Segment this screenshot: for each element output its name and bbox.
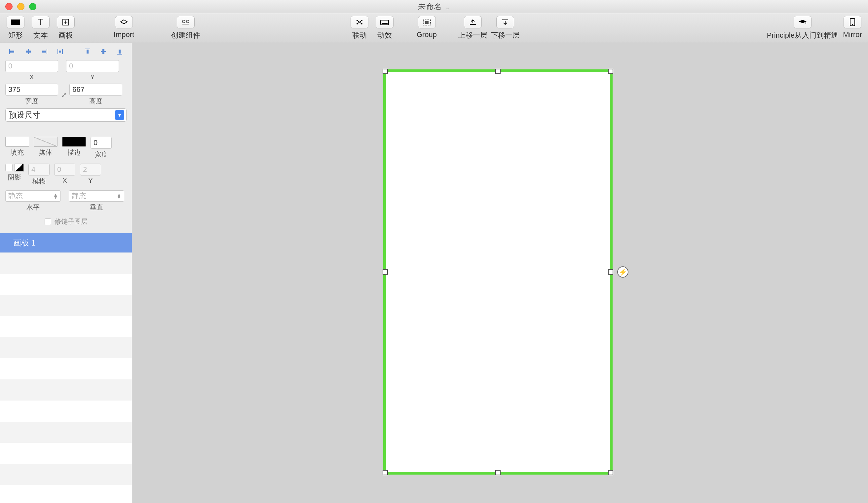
stroke-width-input[interactable] (91, 137, 112, 149)
svg-rect-25 (26, 51, 31, 53)
stroke-label: 描边 (68, 148, 81, 157)
width-input[interactable] (5, 84, 58, 95)
resize-handle-ml[interactable] (383, 269, 388, 275)
vertical-scroll-select[interactable]: 静态 ▲▼ (69, 191, 124, 202)
resize-handle-bl[interactable] (383, 470, 388, 475)
media-label: 媒体 (39, 148, 52, 157)
list-item (0, 401, 132, 422)
height-label: 高度 (89, 97, 102, 106)
lock-aspect-icon[interactable]: ⤢ (60, 91, 68, 99)
tool-rectangle[interactable]: 矩形 (4, 16, 27, 40)
svg-rect-13 (381, 20, 389, 25)
align-left-icon[interactable] (9, 48, 16, 55)
toolbar: 矩形 T 文本 画板 Import 创建组件 (0, 13, 868, 43)
svg-rect-32 (86, 50, 89, 53)
blur-label: 模糊 (32, 177, 45, 186)
width-label: 宽度 (25, 97, 38, 106)
layer-item-selected[interactable]: 画板 1 (0, 233, 132, 253)
media-swatch[interactable] (34, 137, 58, 147)
resize-handle-tl[interactable] (383, 69, 388, 74)
document-title-chevron-icon[interactable]: ⌄ (445, 4, 450, 11)
svg-point-5 (186, 20, 189, 23)
resize-handle-tm[interactable] (495, 69, 500, 74)
tool-group[interactable]: Group (416, 16, 438, 39)
list-item (0, 485, 132, 503)
tool-text-label: 文本 (33, 30, 48, 40)
tool-create-component-label: 创建组件 (171, 30, 200, 40)
x-label: X (29, 73, 34, 81)
shadow-x-input[interactable] (54, 164, 75, 175)
window-maximize-button[interactable] (29, 3, 37, 10)
align-center-v-icon[interactable] (100, 48, 107, 55)
preset-size-select[interactable]: 预设尺寸 ▾ (5, 109, 126, 122)
tool-import[interactable]: Import (113, 16, 135, 39)
shadow-color-swatch[interactable] (14, 164, 24, 172)
shadow-y-input[interactable] (80, 164, 101, 175)
clip-sublayers-label: 修键子图层 (54, 217, 87, 226)
tool-import-label: Import (114, 30, 134, 39)
tool-create-component[interactable]: 创建组件 (171, 16, 200, 40)
shadow-y-label: Y (88, 177, 93, 184)
list-item (0, 316, 132, 337)
tool-mirror[interactable]: Mirror (841, 16, 864, 39)
tool-mirror-label: Mirror (843, 30, 862, 39)
tool-tutorial[interactable]: Principle从入门到精通 (767, 16, 838, 40)
y-input[interactable] (66, 60, 119, 72)
tool-animate-label: 动效 (377, 30, 392, 40)
shadow-label: 阴影 (8, 173, 21, 182)
preset-size-label: 预设尺寸 (9, 110, 41, 120)
tool-send-backward[interactable]: 下移一层 (491, 16, 520, 40)
lightning-icon[interactable]: ⚡ (617, 266, 629, 278)
resize-handle-mr[interactable] (608, 269, 613, 275)
svg-point-21 (852, 24, 853, 25)
list-item (0, 295, 132, 316)
dropdown-arrow-icon: ▾ (115, 110, 124, 120)
tool-group-label: Group (417, 30, 437, 39)
svg-rect-14 (382, 23, 388, 24)
vertical-scroll-value: 静态 (72, 191, 86, 201)
tool-send-backward-label: 下移一层 (491, 30, 520, 40)
list-item (0, 464, 132, 485)
tool-artboard-label: 画板 (59, 30, 73, 40)
shadow-checkbox[interactable] (5, 164, 12, 171)
tool-bring-forward-label: 上移一层 (458, 30, 487, 40)
window-close-button[interactable] (5, 3, 12, 10)
resize-handle-tr[interactable] (608, 69, 613, 74)
window-minimize-button[interactable] (17, 3, 24, 10)
artboard-selected[interactable]: ⚡ (383, 69, 612, 475)
tool-drivers-label: 联动 (352, 30, 367, 40)
horizontal-scroll-select[interactable]: 静态 ▲▼ (5, 191, 61, 202)
clip-sublayers-checkbox[interactable] (45, 218, 51, 225)
align-top-icon[interactable] (84, 48, 91, 55)
align-bottom-icon[interactable] (116, 48, 123, 55)
fill-label: 填充 (11, 148, 24, 157)
tool-text[interactable]: T 文本 (30, 16, 52, 40)
height-input[interactable] (69, 84, 122, 95)
tool-drivers[interactable]: 联动 (349, 16, 370, 40)
x-input[interactable] (5, 60, 58, 72)
document-title: 未命名 (418, 2, 442, 11)
inspector-panel: X Y 宽度 ⤢ 高度 (0, 43, 132, 503)
resize-handle-bm[interactable] (495, 470, 500, 475)
fill-swatch[interactable] (5, 137, 29, 147)
canvas[interactable]: ⚡ (132, 43, 868, 503)
distribute-h-icon[interactable] (56, 48, 64, 55)
list-item (0, 422, 132, 443)
align-center-h-icon[interactable] (24, 48, 32, 55)
y-label: Y (90, 73, 94, 81)
blur-input[interactable] (28, 164, 50, 175)
tool-animate[interactable]: 动效 (374, 16, 395, 40)
list-item (0, 358, 132, 379)
tool-bring-forward[interactable]: 上移一层 (458, 16, 487, 40)
vertical-label: 垂直 (90, 203, 103, 212)
tool-artboard[interactable]: 画板 (55, 16, 77, 40)
list-item (0, 253, 132, 274)
resize-handle-br[interactable] (608, 470, 613, 475)
select-stepper-icon: ▲▼ (117, 193, 121, 199)
svg-point-4 (183, 20, 185, 23)
layer-name: 画板 1 (13, 238, 36, 248)
align-right-icon[interactable] (41, 48, 48, 55)
tool-tutorial-label: Principle从入门到精通 (767, 30, 838, 40)
stroke-swatch[interactable] (62, 137, 86, 147)
titlebar: 未命名 ⌄ (0, 0, 868, 13)
